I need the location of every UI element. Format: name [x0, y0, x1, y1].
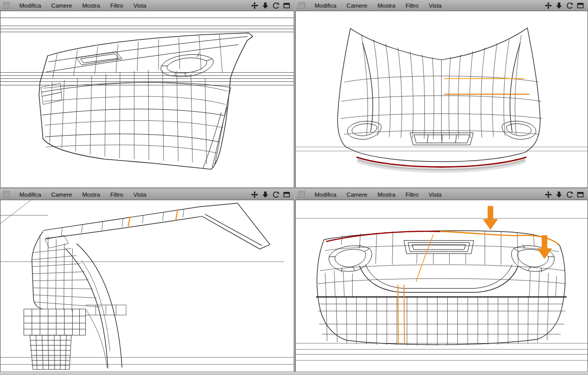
- menu-filtro[interactable]: Filtro: [400, 189, 424, 200]
- wireframe-bottom-front: [296, 200, 587, 374]
- menu-mostra[interactable]: Mostra: [373, 0, 400, 11]
- wireframe-front: [296, 11, 587, 188]
- viewport-toggle-icon[interactable]: [576, 191, 585, 199]
- menu-filtro[interactable]: Filtro: [400, 0, 424, 11]
- zoom-camera-icon[interactable]: [554, 2, 564, 10]
- menu-modifica[interactable]: Modifica: [14, 189, 46, 200]
- rotate-camera-icon[interactable]: [565, 2, 574, 10]
- pan-camera-icon[interactable]: [544, 2, 553, 10]
- wireframe-side: [1, 200, 294, 374]
- rotate-camera-icon[interactable]: [271, 2, 281, 10]
- window-bottom-edge: [0, 371, 588, 375]
- pan-camera-icon[interactable]: [250, 191, 259, 199]
- menu-filtro[interactable]: Filtro: [105, 0, 129, 11]
- zoom-camera-icon[interactable]: [261, 2, 270, 10]
- menu-camere[interactable]: Camere: [46, 0, 77, 11]
- menu-modifica[interactable]: Modifica: [310, 189, 342, 200]
- wireframe-perspective: [1, 11, 294, 188]
- menu-modifica[interactable]: Modifica: [14, 0, 46, 11]
- zoom-camera-icon[interactable]: [261, 191, 270, 199]
- grip-icon[interactable]: [3, 2, 10, 9]
- menu-camere[interactable]: Camere: [46, 189, 77, 200]
- viewport-front: Modifica Camere Mostra Filtro Vista: [294, 0, 588, 188]
- viewport-side: Modifica Camere Mostra Filtro Vista: [0, 188, 294, 375]
- grip-icon[interactable]: [298, 2, 305, 9]
- viewport-toggle-icon[interactable]: [576, 2, 585, 10]
- menu-vista[interactable]: Vista: [423, 189, 446, 200]
- rotate-camera-icon[interactable]: [271, 191, 281, 199]
- viewport-menubar: Modifica Camere Mostra Filtro Vista: [0, 0, 294, 11]
- viewport-perspective: Modifica Camere Mostra Filtro Vista: [0, 0, 294, 188]
- viewport-canvas-perspective[interactable]: [0, 11, 294, 188]
- grip-icon[interactable]: [298, 191, 305, 198]
- menu-camere[interactable]: Camere: [342, 189, 373, 200]
- grip-icon[interactable]: [3, 191, 10, 198]
- viewport-bottom-front: Modifica Camere Mostra Filtro Vista: [294, 188, 588, 375]
- menu-vista[interactable]: Vista: [128, 189, 151, 200]
- application-window: Modifica Camere Mostra Filtro Vista: [0, 0, 588, 375]
- menu-mostra[interactable]: Mostra: [373, 189, 400, 200]
- viewport-menubar: Modifica Camere Mostra Filtro Vista: [295, 0, 588, 11]
- viewport-toggle-icon[interactable]: [282, 2, 291, 10]
- pan-camera-icon[interactable]: [544, 191, 553, 199]
- menu-mostra[interactable]: Mostra: [77, 189, 105, 200]
- menu-modifica[interactable]: Modifica: [310, 0, 342, 11]
- viewport-menubar: Modifica Camere Mostra Filtro Vista: [0, 189, 294, 200]
- pan-camera-icon[interactable]: [250, 2, 259, 10]
- menu-vista[interactable]: Vista: [128, 0, 151, 11]
- menu-filtro[interactable]: Filtro: [105, 189, 129, 200]
- rotate-camera-icon[interactable]: [565, 191, 574, 199]
- viewport-menubar: Modifica Camere Mostra Filtro Vista: [295, 189, 588, 200]
- zoom-camera-icon[interactable]: [554, 191, 564, 199]
- viewport-canvas-front[interactable]: [295, 11, 588, 188]
- menu-mostra[interactable]: Mostra: [77, 0, 105, 11]
- viewport-canvas-side[interactable]: [0, 200, 294, 375]
- viewport-canvas-bottom-front[interactable]: [295, 200, 588, 375]
- menu-camere[interactable]: Camere: [342, 0, 373, 11]
- menu-vista[interactable]: Vista: [423, 0, 446, 11]
- viewport-toggle-icon[interactable]: [282, 191, 291, 199]
